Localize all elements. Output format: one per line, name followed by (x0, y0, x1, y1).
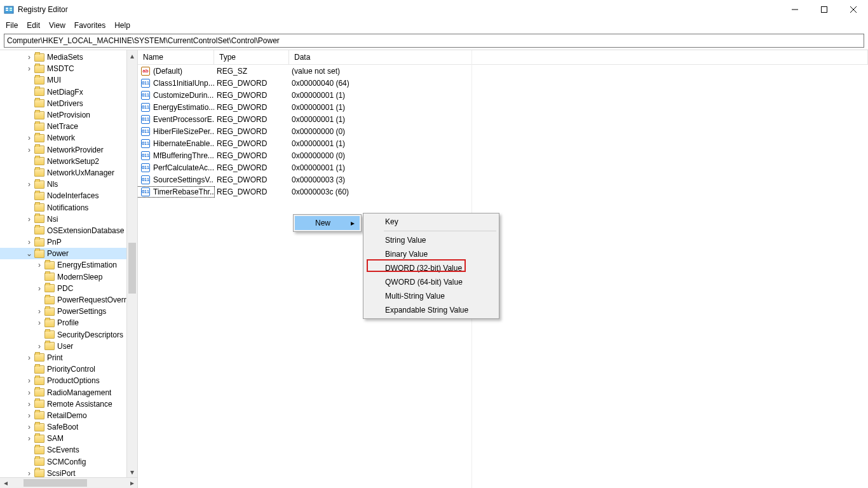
caret-right-icon[interactable]: › (36, 319, 43, 327)
tree-item[interactable]: ›MSDTC (0, 63, 137, 74)
tree-item[interactable]: ›ModernSleep (0, 271, 137, 283)
tree-item[interactable]: ›NetTrace (0, 121, 137, 132)
caret-right-icon[interactable]: › (36, 261, 43, 269)
tree-item[interactable]: ›NetDiagFx (0, 86, 137, 98)
context-item-string[interactable]: String Value (365, 233, 498, 247)
value-row[interactable]: 011SourceSettingsV...REG_DWORD0x00000003… (138, 173, 868, 186)
value-row[interactable]: 011HiberFileSizePer...REG_DWORD0x0000000… (138, 125, 868, 137)
tree-item[interactable]: ›NetworkUxManager (0, 167, 137, 179)
tree-item[interactable]: ›MediaSets (0, 51, 137, 63)
registry-tree[interactable]: ›MediaSets›MSDTC›MUI›NetDiagFx›NetDriver… (0, 50, 137, 477)
tree-item[interactable]: ⌄Power (0, 248, 137, 259)
column-type[interactable]: Type (214, 50, 289, 64)
tree-vertical-scrollbar[interactable]: ▴ ▾ (126, 50, 137, 477)
menu-file[interactable]: File (1, 20, 22, 31)
tree-item[interactable]: ›NodeInterfaces (0, 190, 137, 201)
minimize-button[interactable] (780, 0, 810, 19)
caret-right-icon[interactable]: › (25, 389, 33, 396)
scroll-up-icon[interactable]: ▴ (127, 50, 137, 61)
tree-item[interactable]: ›NetDrivers (0, 98, 137, 109)
caret-right-icon[interactable]: › (25, 354, 33, 362)
tree-item[interactable]: ›NetworkProvider (0, 144, 137, 156)
menu-help[interactable]: Help (110, 20, 135, 31)
values-list[interactable]: ab(Default)REG_SZ(value not set)011Class… (138, 65, 868, 198)
scroll-left-icon[interactable]: ◂ (0, 478, 11, 488)
tree-item[interactable]: ›OSExtensionDatabase (0, 225, 137, 236)
scroll-down-icon[interactable]: ▾ (127, 466, 137, 477)
caret-right-icon[interactable]: › (25, 412, 33, 419)
column-data[interactable]: Data (289, 50, 868, 64)
context-item-expandstring[interactable]: Expandable String Value (365, 303, 498, 317)
context-item-binary[interactable]: Binary Value (365, 247, 498, 261)
menu-view[interactable]: View (44, 20, 70, 31)
caret-right-icon[interactable]: › (25, 53, 33, 61)
caret-right-icon[interactable]: › (36, 308, 43, 315)
tree-item[interactable]: ›Nls (0, 179, 137, 190)
caret-right-icon[interactable]: › (25, 470, 33, 477)
maximize-button[interactable] (810, 0, 839, 19)
value-row[interactable]: 011Class1InitialUnp...REG_DWORD0x0000004… (138, 77, 868, 89)
tree-item[interactable]: ›SCMConfig (0, 456, 137, 468)
menu-edit[interactable]: Edit (22, 20, 44, 31)
tree-item[interactable]: ›Notifications (0, 201, 137, 213)
tree-item[interactable]: ›EnergyEstimation (0, 259, 137, 271)
caret-right-icon[interactable]: › (25, 423, 33, 431)
caret-right-icon[interactable]: › (36, 285, 43, 292)
tree-item[interactable]: ›Network (0, 132, 137, 144)
svg-rect-2 (6, 10, 8, 11)
value-row[interactable]: 011EventProcessorE...REG_DWORD0x00000001… (138, 113, 868, 125)
caret-right-icon[interactable]: › (25, 435, 33, 442)
caret-down-icon[interactable]: ⌄ (25, 250, 33, 257)
tree-item[interactable]: ›PowerRequestOverride (0, 294, 137, 306)
column-name[interactable]: Name (138, 50, 214, 64)
value-row[interactable]: 011CustomizeDurin...REG_DWORD0x00000001 … (138, 89, 868, 101)
context-menu-new[interactable]: New ▸ (295, 216, 360, 230)
menu-favorites[interactable]: Favorites (70, 20, 110, 31)
tree-item[interactable]: ›SAM (0, 433, 137, 444)
tree-item[interactable]: ›User (0, 341, 137, 352)
tree-item[interactable]: ›SafeBoot (0, 421, 137, 433)
value-row[interactable]: 011PerfCalculateAc...REG_DWORD0x00000001… (138, 161, 868, 173)
value-row[interactable]: 011HibernateEnable...REG_DWORD0x00000001… (138, 137, 868, 149)
tree-item[interactable]: ›RetailDemo (0, 410, 137, 421)
caret-right-icon[interactable]: › (25, 215, 33, 223)
tree-item[interactable]: ›NetworkSetup2 (0, 156, 137, 167)
tree-item[interactable]: ›Nsi (0, 214, 137, 225)
tree-item[interactable]: ›ProductOptions (0, 375, 137, 386)
caret-right-icon[interactable]: › (25, 180, 33, 188)
tree-item[interactable]: ›Profile (0, 317, 137, 329)
context-item-key[interactable]: Key (365, 215, 498, 229)
value-row[interactable]: 011EnergyEstimatio...REG_DWORD0x00000001… (138, 101, 868, 113)
tree-item[interactable]: ›PriorityControl (0, 363, 137, 375)
scroll-thumb[interactable] (128, 243, 136, 294)
caret-right-icon[interactable]: › (25, 238, 33, 246)
value-row[interactable]: 011TimerRebaseThr...REG_DWORD0x0000003c … (138, 186, 868, 198)
tree-item[interactable]: ›ScEvents (0, 444, 137, 456)
caret-right-icon[interactable]: › (25, 377, 33, 384)
tree-item[interactable]: ›MUI (0, 74, 137, 86)
tree-item[interactable]: ›NetProvision (0, 109, 137, 121)
close-button[interactable] (839, 0, 868, 19)
context-item-dword[interactable]: DWORD (32-bit) Value (365, 261, 498, 275)
tree-item[interactable]: ›PnP (0, 236, 137, 248)
tree-item[interactable]: ›SecurityDescriptors (0, 329, 137, 341)
tree-item[interactable]: ›Remote Assistance (0, 398, 137, 410)
tree-item[interactable]: ›RadioManagement (0, 386, 137, 398)
caret-right-icon[interactable]: › (36, 342, 43, 350)
context-item-qword[interactable]: QWORD (64-bit) Value (365, 275, 498, 289)
value-row[interactable]: ab(Default)REG_SZ(value not set) (138, 65, 868, 77)
scroll-right-icon[interactable]: ▸ (126, 478, 137, 488)
tree-horizontal-scrollbar[interactable]: ◂ ▸ (0, 477, 137, 488)
tree-item[interactable]: ›ScsiPort (0, 468, 137, 477)
tree-item[interactable]: ›PowerSettings (0, 306, 137, 317)
tree-item[interactable]: ›Print (0, 352, 137, 363)
caret-right-icon[interactable]: › (25, 146, 33, 154)
scroll-thumb[interactable] (24, 479, 87, 487)
caret-right-icon[interactable]: › (25, 400, 33, 408)
address-bar[interactable]: Computer\HKEY_LOCAL_MACHINE\SYSTEM\Curre… (4, 34, 864, 48)
caret-right-icon[interactable]: › (25, 134, 33, 142)
context-item-multistring[interactable]: Multi-String Value (365, 289, 498, 303)
caret-right-icon[interactable]: › (25, 65, 33, 72)
tree-item[interactable]: ›PDC (0, 283, 137, 294)
value-row[interactable]: 011MfBufferingThre...REG_DWORD0x00000000… (138, 149, 868, 161)
